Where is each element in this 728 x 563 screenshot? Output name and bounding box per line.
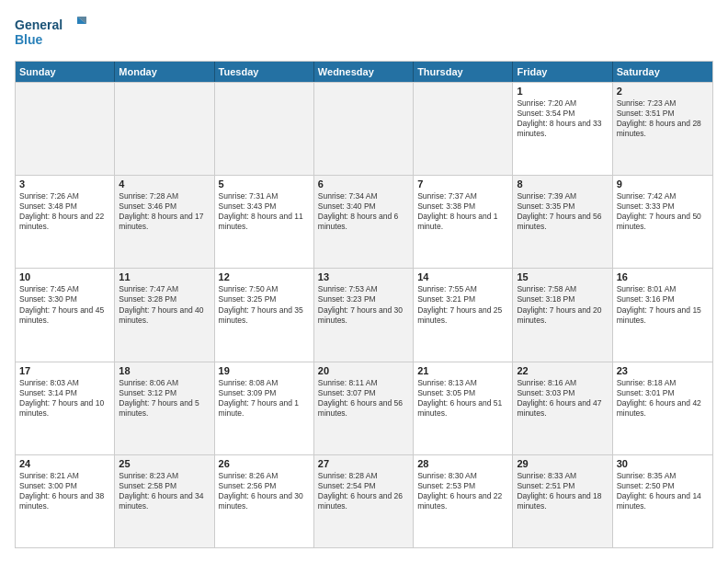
calendar-cell: 26Sunrise: 8:26 AM Sunset: 2:56 PM Dayli… [215, 455, 314, 547]
calendar-cell [16, 83, 115, 175]
day-number: 4 [119, 178, 210, 190]
day-number: 7 [417, 178, 508, 190]
cell-text: Sunrise: 7:58 AM Sunset: 3:18 PM Dayligh… [517, 284, 608, 325]
weekday-header: Sunday [16, 62, 115, 82]
cell-text: Sunrise: 8:01 AM Sunset: 3:16 PM Dayligh… [617, 284, 709, 325]
cell-text: Sunrise: 8:08 AM Sunset: 3:09 PM Dayligh… [219, 378, 310, 419]
cell-text: Sunrise: 8:30 AM Sunset: 2:53 PM Dayligh… [417, 471, 508, 511]
calendar-cell: 19Sunrise: 8:08 AM Sunset: 3:09 PM Dayli… [215, 362, 314, 454]
logo-icon: General Blue [15, 15, 88, 52]
cell-text: Sunrise: 7:23 AM Sunset: 3:51 PM Dayligh… [617, 98, 709, 139]
calendar-cell: 21Sunrise: 8:13 AM Sunset: 3:05 PM Dayli… [414, 362, 513, 454]
day-number: 19 [219, 365, 310, 376]
calendar-cell: 12Sunrise: 7:50 AM Sunset: 3:25 PM Dayli… [215, 269, 314, 361]
calendar-cell: 25Sunrise: 8:23 AM Sunset: 2:58 PM Dayli… [115, 455, 214, 547]
day-number: 3 [19, 178, 110, 190]
cell-text: Sunrise: 7:47 AM Sunset: 3:28 PM Dayligh… [119, 284, 210, 325]
cell-text: Sunrise: 7:53 AM Sunset: 3:23 PM Dayligh… [318, 284, 409, 325]
day-number: 27 [318, 458, 409, 469]
calendar-cell: 17Sunrise: 8:03 AM Sunset: 3:14 PM Dayli… [16, 362, 115, 454]
cell-text: Sunrise: 8:33 AM Sunset: 2:51 PM Dayligh… [517, 471, 608, 511]
calendar-cell: 16Sunrise: 8:01 AM Sunset: 3:16 PM Dayli… [613, 269, 712, 361]
calendar-body: 1Sunrise: 7:20 AM Sunset: 3:54 PM Daylig… [16, 82, 712, 547]
cell-text: Sunrise: 8:18 AM Sunset: 3:01 PM Dayligh… [617, 378, 709, 419]
calendar-cell: 11Sunrise: 7:47 AM Sunset: 3:28 PM Dayli… [115, 269, 214, 361]
day-number: 21 [417, 365, 508, 376]
day-number: 16 [617, 271, 709, 282]
day-number: 2 [617, 86, 709, 97]
cell-text: Sunrise: 8:23 AM Sunset: 2:58 PM Dayligh… [119, 471, 210, 511]
cell-text: Sunrise: 7:37 AM Sunset: 3:38 PM Dayligh… [417, 191, 508, 232]
cell-text: Sunrise: 7:39 AM Sunset: 3:35 PM Dayligh… [517, 191, 608, 232]
cell-text: Sunrise: 7:50 AM Sunset: 3:25 PM Dayligh… [219, 284, 310, 325]
calendar-cell: 5Sunrise: 7:31 AM Sunset: 3:43 PM Daylig… [215, 176, 314, 268]
calendar-cell: 22Sunrise: 8:16 AM Sunset: 3:03 PM Dayli… [513, 362, 612, 454]
cell-text: Sunrise: 8:06 AM Sunset: 3:12 PM Dayligh… [119, 378, 210, 419]
day-number: 18 [119, 365, 210, 376]
day-number: 23 [617, 365, 709, 376]
calendar-cell: 8Sunrise: 7:39 AM Sunset: 3:35 PM Daylig… [513, 176, 612, 268]
cell-text: Sunrise: 7:26 AM Sunset: 3:48 PM Dayligh… [19, 191, 110, 232]
calendar-cell: 3Sunrise: 7:26 AM Sunset: 3:48 PM Daylig… [16, 176, 115, 268]
day-number: 12 [219, 271, 310, 282]
calendar-cell: 15Sunrise: 7:58 AM Sunset: 3:18 PM Dayli… [513, 269, 612, 361]
day-number: 9 [617, 178, 709, 190]
cell-text: Sunrise: 7:28 AM Sunset: 3:46 PM Dayligh… [119, 191, 210, 232]
day-number: 15 [517, 271, 608, 282]
day-number: 1 [517, 86, 608, 97]
header: General Blue [15, 15, 713, 52]
weekday-header: Wednesday [314, 62, 414, 82]
calendar-cell: 23Sunrise: 8:18 AM Sunset: 3:01 PM Dayli… [613, 362, 712, 454]
weekday-header: Saturday [613, 62, 712, 82]
calendar-cell: 4Sunrise: 7:28 AM Sunset: 3:46 PM Daylig… [115, 176, 214, 268]
calendar-row: 10Sunrise: 7:45 AM Sunset: 3:30 PM Dayli… [16, 268, 712, 361]
day-number: 28 [417, 458, 508, 469]
cell-text: Sunrise: 8:16 AM Sunset: 3:03 PM Dayligh… [517, 378, 608, 419]
svg-text:General: General [15, 17, 63, 32]
day-number: 24 [19, 458, 110, 469]
day-number: 5 [219, 178, 310, 190]
calendar-row: 3Sunrise: 7:26 AM Sunset: 3:48 PM Daylig… [16, 175, 712, 268]
calendar-cell: 28Sunrise: 8:30 AM Sunset: 2:53 PM Dayli… [414, 455, 513, 547]
cell-text: Sunrise: 8:21 AM Sunset: 3:00 PM Dayligh… [19, 471, 110, 511]
day-number: 8 [517, 178, 608, 190]
cell-text: Sunrise: 8:28 AM Sunset: 2:54 PM Dayligh… [318, 471, 409, 511]
weekday-header: Tuesday [215, 62, 314, 82]
calendar-cell: 1Sunrise: 7:20 AM Sunset: 3:54 PM Daylig… [513, 83, 612, 175]
day-number: 29 [517, 458, 608, 469]
calendar-row: 17Sunrise: 8:03 AM Sunset: 3:14 PM Dayli… [16, 362, 712, 454]
cell-text: Sunrise: 8:13 AM Sunset: 3:05 PM Dayligh… [417, 378, 508, 419]
calendar-cell: 6Sunrise: 7:34 AM Sunset: 3:40 PM Daylig… [314, 176, 414, 268]
cell-text: Sunrise: 7:31 AM Sunset: 3:43 PM Dayligh… [219, 191, 310, 232]
calendar-cell [115, 83, 214, 175]
calendar-cell: 27Sunrise: 8:28 AM Sunset: 2:54 PM Dayli… [314, 455, 414, 547]
svg-text:Blue: Blue [15, 32, 43, 47]
day-number: 6 [318, 178, 409, 190]
calendar-cell: 10Sunrise: 7:45 AM Sunset: 3:30 PM Dayli… [16, 269, 115, 361]
calendar-cell: 29Sunrise: 8:33 AM Sunset: 2:51 PM Dayli… [513, 455, 612, 547]
weekday-header: Monday [115, 62, 214, 82]
calendar-cell: 30Sunrise: 8:35 AM Sunset: 2:50 PM Dayli… [613, 455, 712, 547]
weekday-header: Friday [513, 62, 612, 82]
day-number: 13 [318, 271, 409, 282]
cell-text: Sunrise: 7:42 AM Sunset: 3:33 PM Dayligh… [617, 191, 709, 232]
day-number: 20 [318, 365, 409, 376]
calendar-cell: 24Sunrise: 8:21 AM Sunset: 3:00 PM Dayli… [16, 455, 115, 547]
day-number: 10 [19, 271, 110, 282]
cell-text: Sunrise: 8:35 AM Sunset: 2:50 PM Dayligh… [617, 471, 709, 511]
calendar-cell: 20Sunrise: 8:11 AM Sunset: 3:07 PM Dayli… [314, 362, 414, 454]
calendar-cell: 9Sunrise: 7:42 AM Sunset: 3:33 PM Daylig… [613, 176, 712, 268]
cell-text: Sunrise: 8:03 AM Sunset: 3:14 PM Dayligh… [19, 378, 110, 419]
calendar: SundayMondayTuesdayWednesdayThursdayFrid… [15, 61, 713, 548]
calendar-cell [314, 83, 414, 175]
cell-text: Sunrise: 7:45 AM Sunset: 3:30 PM Dayligh… [19, 284, 110, 325]
day-number: 17 [19, 365, 110, 376]
cell-text: Sunrise: 8:11 AM Sunset: 3:07 PM Dayligh… [318, 378, 409, 419]
calendar-cell: 18Sunrise: 8:06 AM Sunset: 3:12 PM Dayli… [115, 362, 214, 454]
calendar-cell: 14Sunrise: 7:55 AM Sunset: 3:21 PM Dayli… [414, 269, 513, 361]
cell-text: Sunrise: 8:26 AM Sunset: 2:56 PM Dayligh… [219, 471, 310, 511]
calendar-header: SundayMondayTuesdayWednesdayThursdayFrid… [16, 62, 712, 82]
cell-text: Sunrise: 7:34 AM Sunset: 3:40 PM Dayligh… [318, 191, 409, 232]
calendar-cell: 7Sunrise: 7:37 AM Sunset: 3:38 PM Daylig… [414, 176, 513, 268]
weekday-header: Thursday [414, 62, 513, 82]
